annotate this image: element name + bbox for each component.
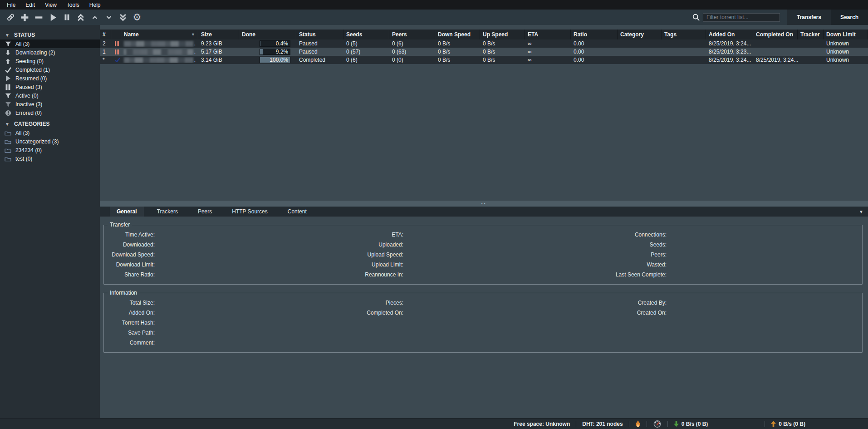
add-link-button[interactable] [4,11,17,24]
column-header-tags[interactable]: Tags [662,30,706,39]
categories-section-title: CATEGORIES [14,121,49,127]
connection-status-icon[interactable] [629,420,647,427]
completed-state-icon [115,58,120,62]
cell-eta: ∞ [525,57,571,63]
move-down-icon [104,14,113,21]
panel-splitter[interactable]: ·· [100,201,868,207]
details-tab-trackers[interactable]: Trackers [150,207,185,217]
error-icon [4,110,12,116]
item-label: test (0) [15,156,32,162]
cell-down-speed: 0 B/s [435,49,480,55]
column-header-category[interactable]: Category [618,30,662,39]
check-icon [4,67,12,73]
cell-size: 5.17 GiB [198,49,239,55]
column-label: Category [620,31,644,38]
paused-state-icon [115,49,119,54]
details-tab-content[interactable]: Content [281,207,314,217]
column-header-down-speed[interactable]: Down Speed [435,30,480,39]
column-header-status[interactable]: Status [296,30,343,39]
resume-button[interactable] [46,11,59,24]
column-header-ratio[interactable]: Ratio [571,30,618,39]
details-tab-general[interactable]: General [110,207,144,217]
status-filter-downloading-2[interactable]: Downloading (2) [0,48,100,57]
torrent-row[interactable]: 2.9.23 GiB0.4%Paused0 (5)0 (6)0 B/s0 B/s… [100,39,868,48]
column-header-done[interactable]: Done [239,30,296,39]
column-label: Status [299,31,316,38]
column-header-name[interactable]: Name▼ [121,30,198,39]
torrent-filter-input[interactable] [703,13,780,22]
column-header-size[interactable]: Size [198,30,239,39]
details-menu-caret-icon[interactable]: ▼ [859,209,863,214]
view-tab-search[interactable]: Search [831,10,868,25]
status-filter-seeding-0[interactable]: Seeding (0) [0,57,100,65]
status-filter-active-0[interactable]: Active (0) [0,91,100,100]
menu-edit[interactable]: Edit [20,1,40,9]
menu-file[interactable]: File [2,1,20,9]
column-header-state[interactable] [111,30,121,39]
column-header-tracker[interactable]: Tracker [798,30,824,39]
cell-state [111,58,121,62]
status-filter-paused-3[interactable]: Paused (3) [0,83,100,91]
cell-up-speed: 0 B/s [480,49,525,55]
redacted-torrent-name [124,57,193,63]
categories-section-header[interactable]: ▼ CATEGORIES [0,119,100,128]
status-filter-errored-0[interactable]: Errored (0) [0,108,100,117]
pause-icon [63,13,71,22]
column-header-#[interactable]: # [100,30,111,39]
move-bottom-button[interactable] [116,11,130,24]
status-filter-all-3[interactable]: All (3) [0,39,100,48]
status-filter-inactive-3[interactable]: Inactive (3) [0,100,100,108]
field-label-created-by: Created By: [598,300,667,306]
status-filter-completed-1[interactable]: Completed (1) [0,65,100,74]
cell-up-speed: 0 B/s [480,40,525,47]
menu-view[interactable]: View [40,1,62,9]
column-header-added-on[interactable]: Added On [706,30,753,39]
column-header-completed-on[interactable]: Completed On [753,30,798,39]
table-header: #Name▼SizeDoneStatusSeedsPeersDown Speed… [100,30,868,39]
download-speed-status[interactable]: 0 B/s (0 B) [668,421,714,427]
add-torrent-button[interactable] [18,11,31,24]
pause-button[interactable] [60,11,74,24]
cell-down-speed: 0 B/s [435,40,480,47]
arrow-down-icon [4,49,12,56]
settings-icon: ⚙ [133,13,142,22]
status-section-header[interactable]: ▼ STATUS [0,30,100,39]
category-all-3[interactable]: All (3) [0,128,100,137]
details-panel: GeneralTrackersPeersHTTP SourcesContent▼… [100,207,868,418]
free-space: Free space: Unknown [508,421,576,427]
remove-torrent-button[interactable] [32,11,45,24]
category-234234-0[interactable]: 234234 (0) [0,146,100,154]
add-torrent-icon [20,13,29,22]
torrent-row[interactable]: 1.5.17 GiB9.2%Paused0 (57)0 (63)0 B/s0 B… [100,48,868,56]
splitter-handle[interactable]: ·· [481,202,487,205]
upload-speed-status[interactable]: 0 B/s (0 B) [765,421,811,427]
move-top-button[interactable] [74,11,88,24]
menu-help[interactable]: Help [84,1,106,9]
view-tab-transfers[interactable]: Transfers [787,10,831,25]
cell-state [111,49,121,54]
column-header-down-limit[interactable]: Down Limit [824,30,868,39]
cell-name: . [121,40,198,47]
item-label: Seeding (0) [15,58,44,64]
details-tab-peers[interactable]: Peers [191,207,219,217]
column-header-peers[interactable]: Peers [389,30,435,39]
column-header-eta[interactable]: ETA [525,30,571,39]
status-filter-resumed-0[interactable]: Resumed (0) [0,74,100,83]
details-tab-http-sources[interactable]: HTTP Sources [225,207,274,217]
folder-icon [4,156,12,162]
view-tabs: TransfersSearch [787,10,868,25]
cell-completed-on: 8/25/2019, 3:24... [753,57,798,63]
move-down-button[interactable] [102,11,116,24]
alt-speed-gauge-icon[interactable] [647,420,667,428]
settings-button[interactable]: ⚙ [130,11,144,24]
progress-bar: 100.0% [260,57,290,63]
menu-tools[interactable]: Tools [62,1,84,9]
category-test-0[interactable]: test (0) [0,154,100,163]
column-header-seeds[interactable]: Seeds [343,30,389,39]
column-header-up-speed[interactable]: Up Speed [480,30,525,39]
move-up-button[interactable] [88,11,102,24]
category-uncategorized-3[interactable]: Uncategorized (3) [0,137,100,146]
cell-seeds: 0 (5) [343,40,389,47]
torrent-row[interactable]: *.3.14 GiB100.0%Completed0 (6)0 (0)0 B/s… [100,56,868,64]
table-empty-area [100,64,868,201]
